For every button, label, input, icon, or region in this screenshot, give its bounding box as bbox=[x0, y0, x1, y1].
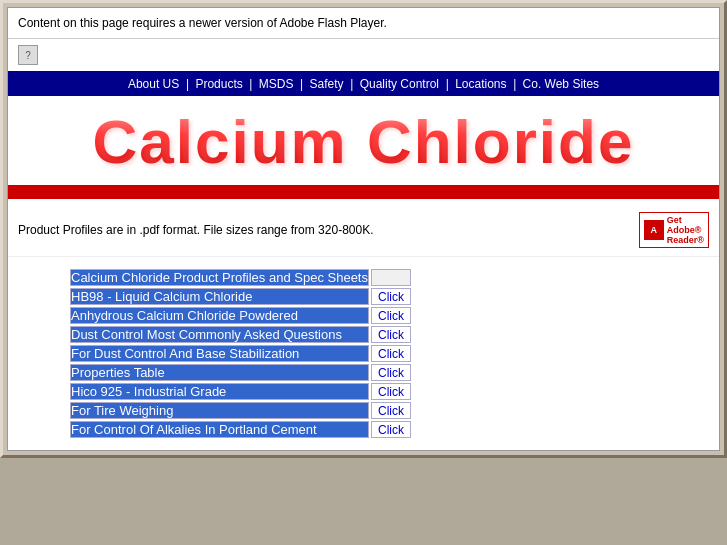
nav-bar: About US | Products | MSDS | Safety | Qu… bbox=[8, 71, 719, 96]
nav-sep-4: | bbox=[350, 77, 356, 91]
click-button-4[interactable]: Click bbox=[371, 364, 411, 381]
nav-sep-5: | bbox=[446, 77, 452, 91]
nav-sep-2: | bbox=[249, 77, 255, 91]
product-name-4: Properties Table bbox=[70, 364, 369, 381]
table-row: For Control Of Alkalies In Portland Ceme… bbox=[70, 421, 411, 438]
outer-border: Content on this page requires a newer ve… bbox=[0, 0, 727, 458]
flash-notice-text: Content on this page requires a newer ve… bbox=[18, 16, 387, 30]
product-name-0: HB98 - Liquid Calcium Chloride bbox=[70, 288, 369, 305]
products-table: Calcium Chloride Product Profiles and Sp… bbox=[68, 267, 413, 440]
flash-notice-bar: Content on this page requires a newer ve… bbox=[8, 8, 719, 39]
click-button-7[interactable]: Click bbox=[371, 421, 411, 438]
products-table-wrapper: Calcium Chloride Product Profiles and Sp… bbox=[8, 257, 719, 450]
flash-placeholder: ? bbox=[18, 45, 38, 65]
title-section: Calcium Chloride bbox=[8, 96, 719, 204]
adobe-reader-badge[interactable]: A GetAdobe®Reader® bbox=[639, 212, 709, 248]
header-click-empty bbox=[371, 269, 411, 286]
table-row: Dust Control Most Commonly Asked Questio… bbox=[70, 326, 411, 343]
nav-item-about-us[interactable]: About US bbox=[128, 77, 179, 91]
nav-sep-1: | bbox=[186, 77, 192, 91]
product-name-5: Hico 925 - Industrial Grade bbox=[70, 383, 369, 400]
nav-item-quality-control[interactable]: Quality Control bbox=[360, 77, 439, 91]
click-button-6[interactable]: Click bbox=[371, 402, 411, 419]
click-button-5[interactable]: Click bbox=[371, 383, 411, 400]
table-row: HB98 - Liquid Calcium Chloride Click bbox=[70, 288, 411, 305]
table-row: Hico 925 - Industrial Grade Click bbox=[70, 383, 411, 400]
table-header-row: Calcium Chloride Product Profiles and Sp… bbox=[70, 269, 411, 286]
nav-item-safety[interactable]: Safety bbox=[310, 77, 344, 91]
nav-sep-6: | bbox=[513, 77, 519, 91]
page-title: Calcium Chloride bbox=[93, 106, 635, 177]
red-divider-bar bbox=[8, 185, 719, 199]
product-name-2: Dust Control Most Commonly Asked Questio… bbox=[70, 326, 369, 343]
product-name-1: Anhydrous Calcium Chloride Powdered bbox=[70, 307, 369, 324]
click-button-0[interactable]: Click bbox=[371, 288, 411, 305]
table-row: Properties Table Click bbox=[70, 364, 411, 381]
product-name-3: For Dust Control And Base Stabilization bbox=[70, 345, 369, 362]
table-row: For Tire Weighing Click bbox=[70, 402, 411, 419]
click-button-3[interactable]: Click bbox=[371, 345, 411, 362]
nav-item-co-web-sites[interactable]: Co. Web Sites bbox=[523, 77, 599, 91]
pdf-notice-text: Product Profiles are in .pdf format. Fil… bbox=[18, 223, 374, 237]
product-name-6: For Tire Weighing bbox=[70, 402, 369, 419]
pdf-notice-bar: Product Profiles are in .pdf format. Fil… bbox=[8, 204, 719, 257]
table-header-cell: Calcium Chloride Product Profiles and Sp… bbox=[70, 269, 369, 286]
adobe-icon: A bbox=[644, 220, 664, 240]
nav-item-products[interactable]: Products bbox=[195, 77, 242, 91]
nav-item-locations[interactable]: Locations bbox=[455, 77, 506, 91]
click-button-2[interactable]: Click bbox=[371, 326, 411, 343]
click-button-1[interactable]: Click bbox=[371, 307, 411, 324]
nav-item-msds[interactable]: MSDS bbox=[259, 77, 294, 91]
table-row: For Dust Control And Base Stabilization … bbox=[70, 345, 411, 362]
product-name-7: For Control Of Alkalies In Portland Ceme… bbox=[70, 421, 369, 438]
inner-container: Content on this page requires a newer ve… bbox=[7, 7, 720, 451]
table-row: Anhydrous Calcium Chloride Powdered Clic… bbox=[70, 307, 411, 324]
adobe-label: GetAdobe®Reader® bbox=[667, 215, 704, 245]
nav-sep-3: | bbox=[300, 77, 306, 91]
